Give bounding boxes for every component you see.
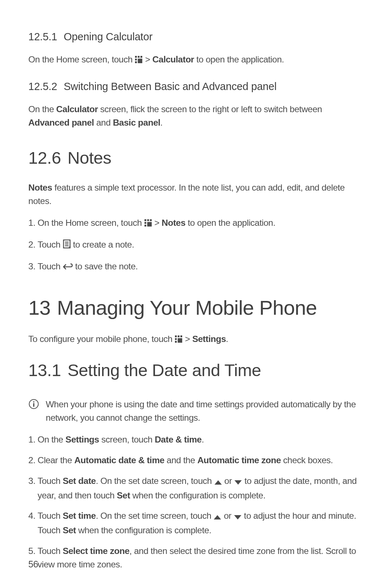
- text-run: to open the application.: [194, 54, 284, 64]
- text-run: >: [145, 54, 152, 64]
- svg-rect-4: [135, 61, 137, 63]
- bold-text: Automatic date & time: [74, 455, 164, 465]
- bold-text: Date & time: [155, 435, 201, 444]
- arrow-down-solid-icon: [234, 510, 242, 524]
- list-item: 5. Touch Select time zone, and then sele…: [28, 545, 364, 571]
- svg-rect-17: [175, 335, 177, 337]
- svg-marker-29: [234, 515, 241, 519]
- text-run: .: [160, 118, 163, 127]
- list-number: 3.: [28, 260, 35, 274]
- heading-title: Setting the Date and Time: [68, 360, 261, 380]
- heading-number: 13: [28, 296, 50, 319]
- text-run: To configure your mobile phone, touch: [28, 334, 175, 344]
- svg-rect-2: [135, 58, 137, 60]
- list-item: 3. Touch Set date. On the set date scree…: [28, 474, 364, 502]
- svg-marker-26: [215, 480, 222, 485]
- heading-title: Notes: [68, 148, 111, 167]
- list-text: Touch + to create a note.: [37, 238, 364, 253]
- list-text: On the Home screen, touch > Notes to ope…: [37, 216, 364, 231]
- note-text: When your phone is using the date and ti…: [46, 398, 364, 425]
- apps-grid-icon: [144, 217, 152, 231]
- paragraph: On the Calculator screen, flick the scre…: [28, 103, 364, 130]
- svg-rect-7: [147, 219, 149, 221]
- text-run: On the Home screen, touch: [28, 54, 135, 64]
- text-run: . On the set time screen, touch: [96, 511, 213, 521]
- list-text: Touch Set time. On the set time screen, …: [37, 509, 364, 537]
- bold-text: Automatic time zone: [197, 455, 281, 465]
- heading-number: 12.5.2: [28, 81, 57, 92]
- text-run: to open the application.: [185, 218, 275, 228]
- text-run: Touch: [37, 476, 62, 486]
- text-run: >: [185, 334, 192, 344]
- svg-point-24: [33, 401, 34, 403]
- list-number: 1.: [28, 216, 35, 231]
- list-item: 4. Touch Set time. On the set time scree…: [28, 509, 364, 537]
- text-run: .: [201, 435, 204, 444]
- bold-text: Notes: [162, 218, 185, 228]
- list-text: On the Settings screen, touch Date & tim…: [37, 433, 364, 447]
- bold-text: Set: [63, 525, 76, 535]
- list-number: 2.: [28, 238, 35, 253]
- svg-rect-25: [33, 403, 34, 407]
- paragraph: Notes features a simple text processor. …: [28, 181, 364, 208]
- list-text: Touch Set date. On the set date screen, …: [37, 474, 364, 502]
- list-text: Clear the Automatic date & time and the …: [37, 454, 364, 467]
- svg-text:+: +: [68, 244, 71, 249]
- heading-number: 13.1: [28, 360, 61, 380]
- heading-title: Switching Between Basic and Advanced pan…: [64, 81, 277, 92]
- text-run: to save the note.: [75, 261, 138, 271]
- new-note-icon: +: [63, 239, 71, 253]
- text-run: Clear the: [37, 455, 74, 465]
- list-text: Touch to save the note.: [37, 260, 364, 274]
- bold-text: Calculator: [56, 104, 98, 114]
- svg-rect-0: [135, 56, 137, 58]
- text-run: . On the set date screen, touch: [96, 476, 214, 486]
- document-page: 12.5.1Opening Calculator On the Home scr…: [0, 0, 392, 587]
- text-run: screen, touch: [99, 435, 155, 444]
- text-run: or: [224, 511, 234, 521]
- list-number: 3.: [28, 474, 35, 502]
- list-number: 2.: [28, 454, 35, 467]
- text-run: On the: [37, 435, 65, 444]
- heading-13: 13Managing Your Mobile Phone: [28, 293, 364, 323]
- text-run: On the: [28, 104, 56, 114]
- list-item: 1. On the Settings screen, touch Date & …: [28, 433, 364, 447]
- svg-rect-20: [178, 338, 183, 343]
- text-run: and: [94, 118, 113, 127]
- text-run: when the configuration is complete.: [130, 490, 265, 500]
- heading-13-1: 13.1Setting the Date and Time: [28, 358, 364, 383]
- svg-rect-21: [175, 341, 177, 343]
- text-run: or: [224, 476, 234, 486]
- warning-circle-icon: [28, 399, 39, 412]
- svg-rect-10: [144, 225, 146, 227]
- text-run: >: [154, 218, 162, 228]
- bold-text: Set: [117, 490, 130, 500]
- text-run: and the: [164, 455, 197, 465]
- bold-text: Advanced panel: [28, 118, 94, 127]
- text-run: check boxes.: [281, 455, 333, 465]
- heading-number: 12.5.1: [28, 31, 57, 42]
- heading-title: Opening Calculator: [64, 31, 152, 42]
- text-run: Touch: [37, 261, 62, 271]
- arrow-up-solid-icon: [214, 476, 222, 489]
- list-item: 2. Touch + to create a note.: [28, 238, 364, 253]
- bold-text: Basic panel: [113, 118, 160, 127]
- svg-rect-11: [150, 219, 152, 221]
- text-run: Touch: [37, 511, 62, 521]
- bold-text: Set date: [63, 476, 96, 486]
- bold-text: Settings: [65, 435, 99, 444]
- list-item: 3. Touch to save the note.: [28, 260, 364, 274]
- list-item: 1. On the Home screen, touch > Notes to …: [28, 216, 364, 231]
- text-run: when the configuration is complete.: [76, 525, 211, 535]
- paragraph: To configure your mobile phone, touch > …: [28, 333, 364, 347]
- svg-marker-28: [214, 515, 221, 519]
- text-run: On the Home screen, touch: [37, 218, 144, 228]
- paragraph: On the Home screen, touch > Calculator t…: [28, 53, 364, 68]
- heading-12-5-1: 12.5.1Opening Calculator: [28, 29, 364, 45]
- svg-rect-6: [144, 219, 146, 221]
- svg-rect-8: [144, 222, 146, 224]
- svg-rect-1: [138, 56, 140, 58]
- arrow-up-solid-icon: [213, 510, 221, 524]
- note-callout: When your phone is using the date and ti…: [28, 398, 364, 425]
- apps-grid-icon: [135, 54, 143, 68]
